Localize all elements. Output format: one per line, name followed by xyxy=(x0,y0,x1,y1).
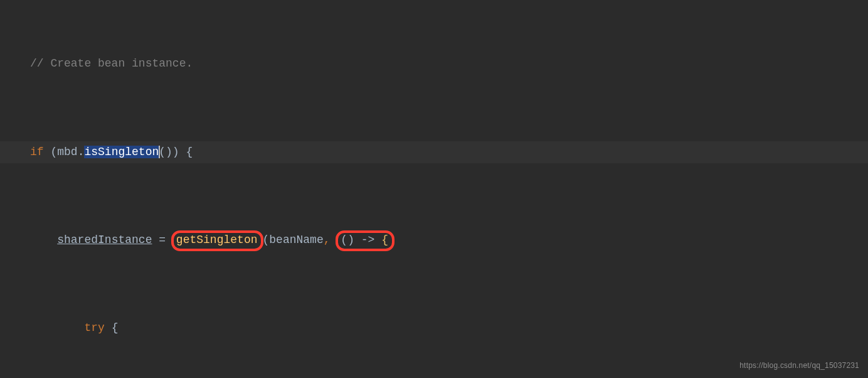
punct: , xyxy=(324,234,331,246)
brace: { xyxy=(105,321,119,334)
ident: mbd xyxy=(57,146,77,158)
keyword-if: if xyxy=(30,146,44,158)
brace: { xyxy=(381,234,388,246)
keyword-try: try xyxy=(84,321,104,334)
lambda-parens: () xyxy=(341,234,354,246)
watermark: https://blog.csdn.net/qq_15037231 xyxy=(739,359,859,373)
code-editor[interactable]: // Create bean instance. if (mbd.isSingl… xyxy=(0,9,868,378)
lambda-arrow: -> xyxy=(354,234,381,246)
code-line: if (mbd.isSingleton()) { xyxy=(0,141,868,163)
brace: { xyxy=(186,146,193,158)
punct: . xyxy=(78,146,85,158)
code-line: try { xyxy=(0,317,868,339)
selection-isSingleton: isSingleton xyxy=(84,146,160,158)
method-call: getSingleton xyxy=(176,234,258,246)
punct: ( xyxy=(262,234,269,246)
ident: beanName xyxy=(269,234,323,246)
punct: ()) xyxy=(159,146,186,158)
code-line: // Create bean instance. xyxy=(0,53,868,75)
comment: // Create bean instance. xyxy=(30,57,193,70)
highlight-box-lambda: () -> { xyxy=(336,230,394,251)
highlight-box-getSingleton: getSingleton xyxy=(171,230,264,251)
punct: ( xyxy=(44,146,58,158)
ident: sharedInstance xyxy=(57,234,152,246)
code-line: sharedInstance = getSingleton(beanName, … xyxy=(0,229,868,251)
operator: = xyxy=(152,234,172,246)
